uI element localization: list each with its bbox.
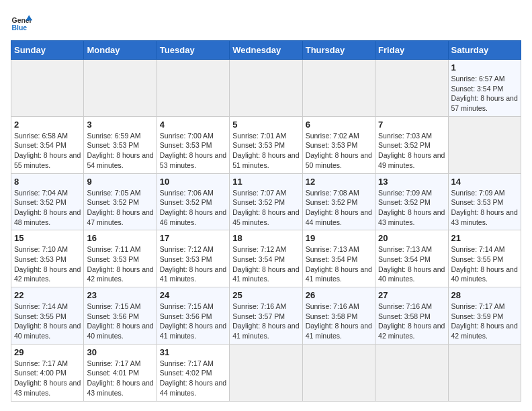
calendar-day: 13Sunrise: 7:09 AMSunset: 3:52 PMDayligh… bbox=[375, 173, 448, 230]
day-info: Sunrise: 7:16 AMSunset: 3:58 PMDaylight:… bbox=[306, 302, 372, 341]
calendar-day: 16Sunrise: 7:11 AMSunset: 3:53 PMDayligh… bbox=[84, 230, 157, 287]
calendar-week-row: 2Sunrise: 6:58 AMSunset: 3:54 PMDaylight… bbox=[11, 116, 521, 173]
calendar-day: 9Sunrise: 7:05 AMSunset: 3:52 PMDaylight… bbox=[84, 173, 157, 230]
day-number: 11 bbox=[232, 177, 299, 187]
day-info: Sunrise: 7:03 AMSunset: 3:52 PMDaylight:… bbox=[378, 131, 445, 171]
calendar-day: 7Sunrise: 7:03 AMSunset: 3:52 PMDaylight… bbox=[375, 116, 448, 173]
logo-icon: General Blue bbox=[11, 11, 32, 32]
day-number: 25 bbox=[232, 290, 299, 300]
calendar-day: 25Sunrise: 7:16 AMSunset: 3:57 PMDayligh… bbox=[230, 287, 302, 345]
weekday-header-friday: Friday bbox=[375, 41, 448, 60]
calendar-day: 17Sunrise: 7:12 AMSunset: 3:53 PMDayligh… bbox=[157, 230, 229, 287]
header-row: SundayMondayTuesdayWednesdayThursdayFrid… bbox=[11, 41, 521, 60]
day-number: 15 bbox=[14, 233, 81, 243]
calendar-week-row: 29Sunrise: 7:17 AMSunset: 4:00 PMDayligh… bbox=[11, 344, 521, 401]
empty-cell bbox=[448, 344, 521, 401]
day-number: 18 bbox=[232, 233, 299, 243]
empty-cell bbox=[11, 60, 84, 117]
calendar-day: 14Sunrise: 7:09 AMSunset: 3:53 PMDayligh… bbox=[448, 173, 521, 230]
day-number: 3 bbox=[87, 120, 153, 130]
day-info: Sunrise: 7:16 AMSunset: 3:58 PMDaylight:… bbox=[378, 302, 445, 341]
day-info: Sunrise: 7:13 AMSunset: 3:54 PMDaylight:… bbox=[306, 244, 372, 284]
empty-cell bbox=[302, 60, 375, 117]
day-number: 16 bbox=[87, 233, 153, 243]
calendar-day: 24Sunrise: 7:15 AMSunset: 3:56 PMDayligh… bbox=[157, 287, 229, 345]
calendar-day: 30Sunrise: 7:17 AMSunset: 4:01 PMDayligh… bbox=[84, 344, 157, 401]
day-number: 21 bbox=[451, 233, 518, 243]
svg-text:Blue: Blue bbox=[12, 24, 28, 32]
calendar-day: 15Sunrise: 7:10 AMSunset: 3:53 PMDayligh… bbox=[11, 230, 84, 287]
day-number: 19 bbox=[306, 233, 372, 243]
calendar-day: 8Sunrise: 7:04 AMSunset: 3:52 PMDaylight… bbox=[11, 173, 84, 230]
day-info: Sunrise: 6:57 AMSunset: 3:54 PMDaylight:… bbox=[451, 74, 518, 113]
day-info: Sunrise: 6:58 AMSunset: 3:54 PMDaylight:… bbox=[14, 131, 81, 171]
day-number: 22 bbox=[14, 290, 81, 300]
day-number: 5 bbox=[232, 120, 299, 130]
calendar-day: 10Sunrise: 7:06 AMSunset: 3:52 PMDayligh… bbox=[157, 173, 229, 230]
calendar-day: 31Sunrise: 7:17 AMSunset: 4:02 PMDayligh… bbox=[157, 344, 229, 401]
calendar-day: 4Sunrise: 7:00 AMSunset: 3:53 PMDaylight… bbox=[157, 116, 229, 173]
day-info: Sunrise: 7:14 AMSunset: 3:55 PMDaylight:… bbox=[451, 244, 518, 284]
day-info: Sunrise: 7:04 AMSunset: 3:52 PMDaylight:… bbox=[14, 188, 81, 228]
weekday-header-wednesday: Wednesday bbox=[230, 41, 302, 60]
day-number: 13 bbox=[378, 177, 445, 187]
empty-cell bbox=[230, 344, 302, 401]
weekday-header-thursday: Thursday bbox=[302, 41, 375, 60]
day-info: Sunrise: 7:12 AMSunset: 3:53 PMDaylight:… bbox=[160, 244, 226, 284]
calendar-table: SundayMondayTuesdayWednesdayThursdayFrid… bbox=[11, 40, 521, 402]
day-number: 14 bbox=[451, 177, 518, 187]
day-info: Sunrise: 7:00 AMSunset: 3:53 PMDaylight:… bbox=[160, 131, 226, 171]
day-number: 6 bbox=[306, 120, 372, 130]
day-info: Sunrise: 7:17 AMSunset: 3:59 PMDaylight:… bbox=[451, 302, 518, 341]
empty-cell bbox=[375, 344, 448, 401]
calendar-day: 29Sunrise: 7:17 AMSunset: 4:00 PMDayligh… bbox=[11, 344, 84, 401]
day-info: Sunrise: 7:01 AMSunset: 3:53 PMDaylight:… bbox=[232, 131, 299, 171]
calendar-week-row: 1Sunrise: 6:57 AMSunset: 3:54 PMDaylight… bbox=[11, 60, 521, 117]
day-number: 1 bbox=[451, 62, 518, 73]
day-number: 24 bbox=[160, 290, 226, 300]
empty-cell bbox=[448, 116, 521, 173]
calendar-week-row: 22Sunrise: 7:14 AMSunset: 3:55 PMDayligh… bbox=[11, 287, 521, 345]
calendar-day: 6Sunrise: 7:02 AMSunset: 3:53 PMDaylight… bbox=[302, 116, 375, 173]
logo: General Blue bbox=[11, 11, 32, 32]
day-number: 30 bbox=[87, 347, 153, 357]
day-number: 28 bbox=[451, 290, 518, 300]
page-header: General Blue bbox=[11, 11, 521, 32]
day-info: Sunrise: 7:02 AMSunset: 3:53 PMDaylight:… bbox=[306, 131, 372, 171]
day-number: 31 bbox=[160, 347, 226, 357]
calendar-week-row: 8Sunrise: 7:04 AMSunset: 3:52 PMDaylight… bbox=[11, 173, 521, 230]
weekday-header-monday: Monday bbox=[84, 41, 157, 60]
day-number: 23 bbox=[87, 290, 153, 300]
day-info: Sunrise: 7:15 AMSunset: 3:56 PMDaylight:… bbox=[160, 302, 226, 341]
calendar-day: 19Sunrise: 7:13 AMSunset: 3:54 PMDayligh… bbox=[302, 230, 375, 287]
calendar-day: 12Sunrise: 7:08 AMSunset: 3:52 PMDayligh… bbox=[302, 173, 375, 230]
day-info: Sunrise: 7:17 AMSunset: 4:01 PMDaylight:… bbox=[87, 359, 153, 398]
empty-cell bbox=[375, 60, 448, 117]
calendar-week-row: 15Sunrise: 7:10 AMSunset: 3:53 PMDayligh… bbox=[11, 230, 521, 287]
calendar-day: 23Sunrise: 7:15 AMSunset: 3:56 PMDayligh… bbox=[84, 287, 157, 345]
calendar-day: 27Sunrise: 7:16 AMSunset: 3:58 PMDayligh… bbox=[375, 287, 448, 345]
day-info: Sunrise: 7:07 AMSunset: 3:52 PMDaylight:… bbox=[232, 188, 299, 228]
calendar-day: 22Sunrise: 7:14 AMSunset: 3:55 PMDayligh… bbox=[11, 287, 84, 345]
calendar-day: 1Sunrise: 6:57 AMSunset: 3:54 PMDaylight… bbox=[448, 60, 521, 117]
calendar-day: 11Sunrise: 7:07 AMSunset: 3:52 PMDayligh… bbox=[230, 173, 302, 230]
day-info: Sunrise: 7:09 AMSunset: 3:53 PMDaylight:… bbox=[451, 188, 518, 228]
day-number: 4 bbox=[160, 120, 226, 130]
day-info: Sunrise: 7:13 AMSunset: 3:54 PMDaylight:… bbox=[378, 244, 445, 284]
calendar-day: 28Sunrise: 7:17 AMSunset: 3:59 PMDayligh… bbox=[448, 287, 521, 345]
day-info: Sunrise: 7:05 AMSunset: 3:52 PMDaylight:… bbox=[87, 188, 153, 228]
empty-cell bbox=[157, 60, 229, 117]
day-number: 10 bbox=[160, 177, 226, 187]
day-info: Sunrise: 7:14 AMSunset: 3:55 PMDaylight:… bbox=[14, 302, 81, 341]
day-info: Sunrise: 7:09 AMSunset: 3:52 PMDaylight:… bbox=[378, 188, 445, 228]
empty-cell bbox=[230, 60, 302, 117]
day-number: 26 bbox=[306, 290, 372, 300]
day-info: Sunrise: 7:11 AMSunset: 3:53 PMDaylight:… bbox=[87, 244, 153, 284]
day-info: Sunrise: 7:10 AMSunset: 3:53 PMDaylight:… bbox=[14, 244, 81, 284]
day-number: 8 bbox=[14, 177, 81, 187]
day-number: 29 bbox=[14, 347, 81, 357]
calendar-day: 2Sunrise: 6:58 AMSunset: 3:54 PMDaylight… bbox=[11, 116, 84, 173]
day-info: Sunrise: 7:08 AMSunset: 3:52 PMDaylight:… bbox=[306, 188, 372, 228]
day-info: Sunrise: 7:06 AMSunset: 3:52 PMDaylight:… bbox=[160, 188, 226, 228]
day-info: Sunrise: 7:17 AMSunset: 4:02 PMDaylight:… bbox=[160, 359, 226, 398]
